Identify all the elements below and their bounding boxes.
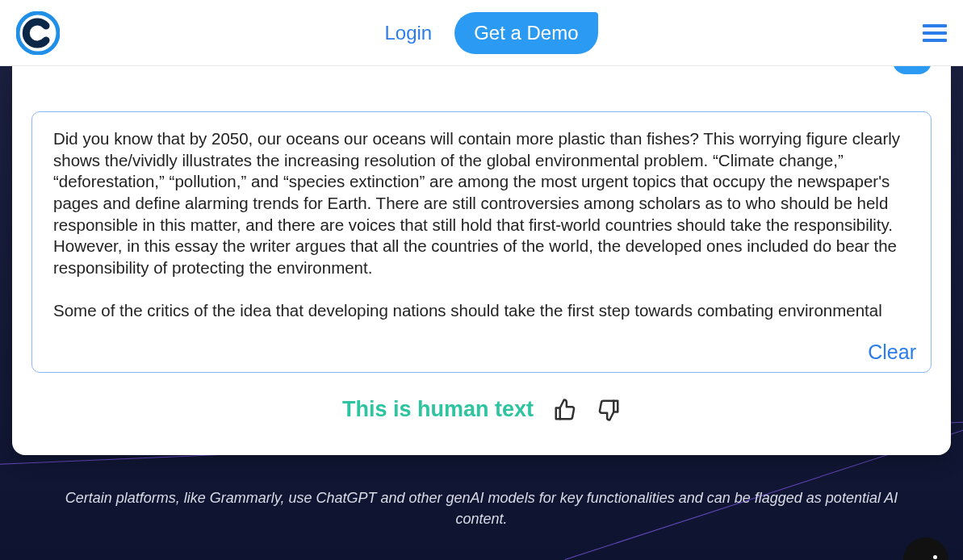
menu-icon[interactable] (923, 24, 947, 42)
result-label: This is human text (342, 397, 534, 422)
input-textbox: Did you know that by 2050, our oceans ou… (31, 111, 932, 373)
card-top (31, 66, 932, 111)
essay-textarea[interactable]: Did you know that by 2050, our oceans ou… (32, 112, 931, 334)
result-row: This is human text (31, 397, 932, 422)
header-nav: Login Get a Demo (60, 12, 923, 54)
thumb-up-icon[interactable] (553, 398, 577, 422)
thumb-down-icon[interactable] (597, 398, 621, 422)
site-header: Login Get a Demo (0, 0, 963, 66)
login-link[interactable]: Login (384, 22, 432, 44)
disclaimer-text: Certain platforms, like Grammarly, use C… (48, 487, 915, 529)
detector-card: Did you know that by 2050, our oceans ou… (12, 66, 951, 455)
get-demo-button[interactable]: Get a Demo (454, 12, 597, 54)
chat-dot-icon (933, 555, 937, 559)
clear-button[interactable]: Clear (868, 341, 916, 364)
copyleaks-logo[interactable] (16, 11, 60, 55)
clear-row: Clear (32, 334, 931, 372)
